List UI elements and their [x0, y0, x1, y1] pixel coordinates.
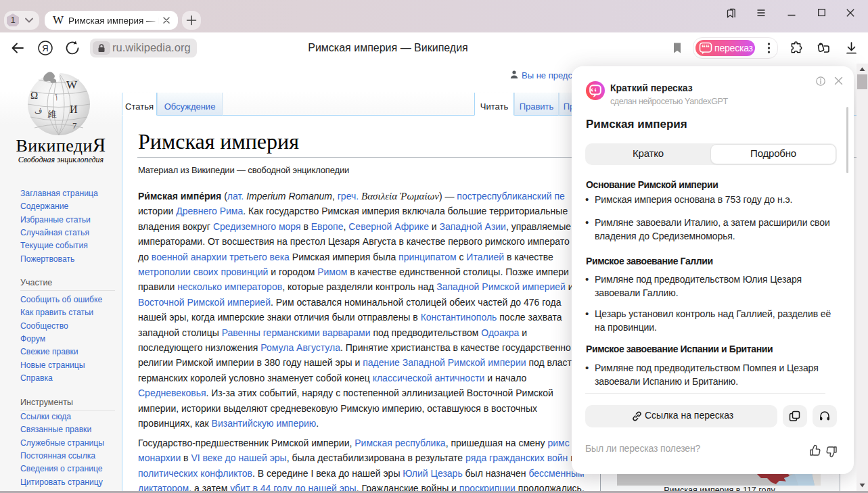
svg-text:Я: Я [42, 43, 48, 53]
svg-text:ݴ: ݴ [55, 93, 58, 103]
svg-text:7: 7 [72, 120, 77, 131]
svg-text:維: 維 [47, 109, 57, 119]
svg-text:Ω: Ω [30, 90, 38, 101]
svg-text:И: И [70, 103, 78, 115]
svg-text:ف: ف [35, 106, 42, 114]
svg-text:““: ““ [702, 43, 710, 53]
svg-text:W: W [66, 78, 78, 91]
